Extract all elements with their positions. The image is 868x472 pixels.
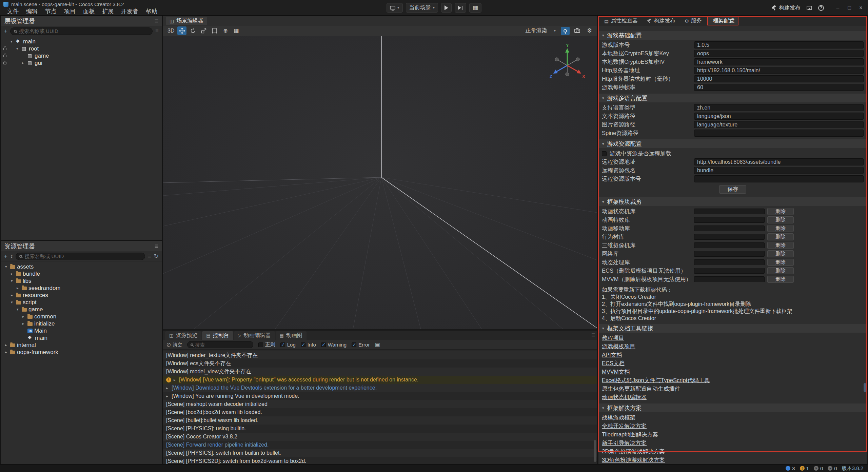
asset-node-row[interactable]: ▸ oops-framework [1, 349, 162, 356]
axis-gizmo[interactable]: Y X Z [547, 44, 588, 84]
field-input[interactable]: language/texture [694, 121, 864, 128]
rect-tool-button[interactable] [210, 26, 219, 35]
hierarchy-node-row[interactable]: ▾ main [1, 38, 162, 45]
scene-light-toggle[interactable] [561, 27, 570, 35]
expand-chevron-icon[interactable]: ▾ [17, 307, 22, 312]
console-log-line[interactable]: ! ▸ [Window] model_view文件夹不存在 [163, 368, 597, 376]
field-input[interactable]: language/json [694, 113, 864, 120]
menu-item[interactable]: 文件 [3, 8, 22, 15]
pivot-space-button[interactable]: ⊕ [221, 26, 230, 35]
add-asset-button[interactable]: + [4, 253, 7, 259]
delete-module-button[interactable]: 删除 [767, 250, 794, 257]
menu-item[interactable]: 开发者 [117, 8, 142, 15]
expand-chevron-icon[interactable]: ▸ [22, 314, 27, 319]
console-log-line[interactable]: ! ▸ [Scene] meshopt wasm decoder initial… [163, 400, 597, 408]
expand-chevron-icon[interactable]: ▾ [11, 39, 16, 44]
regex-filter[interactable]: 正则 [258, 341, 275, 348]
field-input[interactable]: framework [694, 58, 864, 65]
menu-item[interactable]: 扩展 [98, 8, 117, 15]
expand-arrow-icon[interactable]: ▸ [166, 394, 169, 398]
log-level-filter[interactable]: Info [301, 342, 316, 348]
doc-link[interactable]: 原生包热更新配置自动生成插件 [602, 385, 864, 393]
expand-chevron-icon[interactable]: ▸ [22, 321, 27, 326]
lock-icon[interactable] [3, 55, 6, 57]
solution-link[interactable]: 3D角色扮演游戏解决方案 [602, 456, 864, 464]
save-button[interactable]: 保存 [719, 185, 746, 194]
log-level-filter[interactable]: Warning [321, 342, 347, 348]
console-search-box[interactable] [187, 341, 253, 348]
asset-node-row[interactable]: ▸ seedrandom [1, 284, 162, 292]
expand-chevron-icon[interactable]: ▾ [11, 279, 16, 283]
inspector-tab[interactable]: 属性检查器 [600, 17, 642, 25]
console-log-line[interactable]: ! ▸ [Window] You are running Vue in deve… [163, 392, 597, 400]
asset-node-row[interactable]: ▾ game [1, 306, 162, 313]
panel-menu-icon[interactable]: ≡ [155, 18, 158, 24]
console-log-line[interactable]: ! ▸ [Window] render_texture文件夹不存在 [163, 351, 597, 359]
render-mode-select[interactable]: 正常渲染 ▾ [523, 27, 558, 34]
field-input[interactable]: zh,en [694, 104, 864, 111]
add-node-button[interactable]: + [4, 28, 7, 34]
delete-module-button[interactable]: 删除 [767, 216, 794, 223]
asset-node-row[interactable]: Main [1, 327, 162, 334]
section-docs[interactable]: ▾ 框架文档工具链接 [598, 324, 867, 333]
expand-chevron-icon[interactable]: ▾ [16, 46, 21, 51]
console-log-line[interactable]: ! ▸ [Scene] Cocos Creator v3.8.2 [163, 433, 597, 441]
console-log-line[interactable]: ! ▸ [Scene] [box2d]:box2d wasm lib loade… [163, 408, 597, 416]
console-log-line[interactable]: ! ▸ [Scene] [bullet]:bullet wasm lib loa… [163, 416, 597, 425]
field-input[interactable]: http://192.168.0.150/main/ [694, 67, 864, 74]
asset-node-row[interactable]: ▾ libs [1, 277, 162, 284]
section-language[interactable]: ▾ 游戏多语言配置 [598, 94, 867, 102]
section-solutions[interactable]: ▾ 框架解决方案 [598, 404, 867, 412]
solution-link[interactable]: 全栈开发解决方案 [602, 422, 864, 430]
filter-checkbox[interactable] [321, 342, 326, 347]
maximize-button[interactable]: □ [844, 3, 854, 13]
expand-chevron-icon[interactable]: ▸ [22, 61, 27, 65]
asset-node-row[interactable]: ▾ script [1, 299, 162, 306]
log-count-badge[interactable]: 0 [828, 466, 837, 471]
field-input[interactable] [694, 175, 864, 182]
console-log-line[interactable]: ! ▸ [Scene] Forward render pipeline init… [163, 441, 597, 449]
collapse-duplicates-icon[interactable]: ▣ [375, 342, 380, 348]
asset-filter-icon[interactable]: ≡ [148, 253, 151, 259]
asset-node-row[interactable]: ▸ initialize [1, 320, 162, 327]
scene-settings-button[interactable]: ⚙ [585, 26, 594, 35]
module-path-field[interactable] [694, 217, 765, 223]
hierarchy-search-box[interactable] [10, 27, 153, 35]
console-scrollbar[interactable] [594, 440, 596, 462]
build-publish-button[interactable]: 构建发布 [771, 4, 801, 12]
field-input[interactable]: bundle [694, 167, 864, 174]
solution-link[interactable]: 2D角色扮演游戏解决方案 [602, 447, 864, 456]
expand-chevron-icon[interactable]: ▸ [11, 272, 16, 276]
menu-item[interactable]: 节点 [41, 8, 60, 15]
log-count-badge[interactable]: 1 [800, 466, 809, 471]
delete-module-button[interactable]: 删除 [767, 233, 794, 240]
field-input[interactable]: 10000 [694, 75, 864, 82]
module-path-field[interactable] [694, 242, 765, 248]
node-filter-icon[interactable]: ≡ [155, 28, 159, 34]
expand-chevron-icon[interactable]: ▸ [17, 286, 22, 290]
filter-checkbox[interactable] [280, 342, 285, 347]
solution-link[interactable]: 战棋游戏框架 [602, 413, 864, 422]
delete-module-button[interactable]: 删除 [767, 242, 794, 249]
section-modules[interactable]: ▾ 框架模块裁剪 [598, 197, 867, 206]
panel-menu-icon[interactable]: ≡ [591, 332, 595, 338]
version-label[interactable]: 版本3.8.2 [842, 465, 863, 472]
doc-link[interactable]: 动画状态机编辑器 [602, 393, 864, 401]
module-path-field[interactable] [694, 268, 765, 274]
module-path-field[interactable] [694, 225, 765, 231]
inspector-tab[interactable]: 服务 [681, 17, 706, 25]
field-input[interactable]: oops [694, 50, 864, 57]
step-button[interactable] [455, 3, 466, 13]
doc-link[interactable]: API文档 [602, 351, 864, 359]
console-tab[interactable]: 动画编辑器 [234, 331, 275, 340]
doc-link[interactable]: Excel格式转Json文件与TypeScript代码工具 [602, 376, 864, 385]
hierarchy-node-row[interactable]: game [1, 52, 162, 59]
doc-link[interactable]: 教程项目 [602, 334, 864, 342]
console-log-line[interactable]: ! ▸ [Scene] [PHYSICS]: switch from built… [163, 449, 597, 457]
sort-assets-icon[interactable]: ↕ [10, 253, 13, 259]
panel-menu-icon[interactable]: ≡ [155, 243, 158, 249]
menu-item[interactable]: 帮助 [142, 8, 161, 15]
asset-node-row[interactable]: ▸ resources [1, 292, 162, 299]
field-input[interactable]: 60 [694, 84, 864, 91]
expand-arrow-icon[interactable]: ▸ [166, 386, 169, 390]
